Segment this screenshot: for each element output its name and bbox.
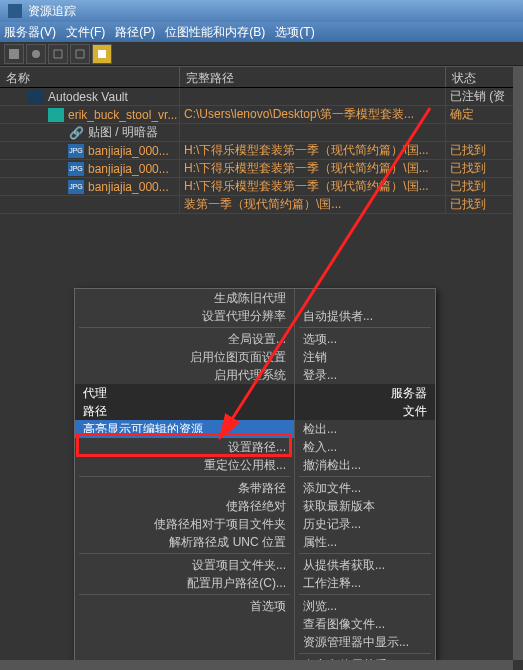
row-status: 已注销 (资 — [450, 88, 505, 105]
table-row[interactable]: JPGbanjiajia_000...H:\下得乐模型套装第一季（现代简约篇）\… — [0, 178, 523, 196]
menu-bar[interactable]: 服务器(V) 文件(F) 路径(P) 位图性能和内存(B) 选项(T) — [0, 22, 523, 42]
ctx-item[interactable]: 自动提供者... — [295, 307, 435, 325]
row-name: banjiajia_000... — [88, 180, 169, 194]
svg-rect-0 — [9, 49, 19, 59]
ctx-item: 服务器 — [295, 384, 435, 402]
grid-area: 名称 完整路径 状态 Autodesk Vault已注销 (资erik_buck… — [0, 66, 523, 670]
jpg-icon: JPG — [68, 180, 84, 194]
tool-btn-4[interactable] — [70, 44, 90, 64]
row-status: 已找到 — [450, 178, 486, 195]
horizontal-scrollbar[interactable] — [0, 660, 513, 670]
ctx-item[interactable]: 资源管理器中显示... — [295, 633, 435, 651]
vertical-scrollbar[interactable] — [513, 66, 523, 660]
row-name: banjiajia_000... — [88, 162, 169, 176]
ctx-item: 文件 — [295, 402, 435, 420]
ctx-item[interactable]: 浏览... — [295, 597, 435, 615]
ctx-item[interactable]: 使路径相对于项目文件夹 — [75, 515, 294, 533]
ctx-item[interactable]: 设置项目文件夹... — [75, 556, 294, 574]
col-path[interactable]: 完整路径 — [180, 66, 446, 87]
svg-rect-2 — [98, 50, 106, 58]
row-name: Autodesk Vault — [48, 90, 128, 104]
tool-btn-1[interactable] — [4, 44, 24, 64]
row-name: banjiajia_000... — [88, 144, 169, 158]
menu-path[interactable]: 路径(P) — [115, 24, 155, 41]
rows: Autodesk Vault已注销 (资erik_buck_stool_vr..… — [0, 88, 523, 214]
ctx-item[interactable]: 历史记录... — [295, 515, 435, 533]
ctx-item[interactable]: 撤消检出... — [295, 456, 435, 474]
ctx-item: 路径 — [75, 402, 294, 420]
ctx-item[interactable]: 设置代理分辨率 — [75, 307, 294, 325]
ctx-item[interactable]: 生成陈旧代理 — [75, 289, 294, 307]
col-status[interactable]: 状态 — [446, 66, 522, 87]
ctx-item[interactable]: 属性... — [295, 533, 435, 551]
ctx-item[interactable]: 注销 — [295, 348, 435, 366]
context-menu[interactable]: 生成陈旧代理设置代理分辨率全局设置...启用位图页面设置启用代理系统代理路径高亮… — [74, 288, 436, 670]
col-name[interactable]: 名称 — [0, 66, 180, 87]
tool-btn-3[interactable] — [48, 44, 68, 64]
ctx-item[interactable]: 配置用户路径(C)... — [75, 574, 294, 592]
ctx-item[interactable]: 条带路径 — [75, 479, 294, 497]
ctx-item[interactable]: 从提供者获取... — [295, 556, 435, 574]
toolbar — [0, 42, 523, 66]
ctx-item[interactable]: 启用位图页面设置 — [75, 348, 294, 366]
table-row[interactable]: Autodesk Vault已注销 (资 — [0, 88, 523, 106]
ctx-item[interactable]: 检出... — [295, 420, 435, 438]
row-status: 已找到 — [450, 142, 486, 159]
row-path: H:\下得乐模型套装第一季（现代简约篇）\国... — [184, 142, 429, 159]
ctx-item[interactable]: 全局设置... — [75, 330, 294, 348]
title-bar: 资源追踪 — [0, 0, 523, 22]
table-row[interactable]: JPGbanjiajia_000...H:\下得乐模型套装第一季（现代简约篇）\… — [0, 160, 523, 178]
tool-btn-5[interactable] — [92, 44, 112, 64]
max-icon — [48, 108, 64, 122]
table-row[interactable]: erik_buck_stool_vr...C:\Users\lenovo\Des… — [0, 106, 523, 124]
app-icon — [8, 4, 22, 18]
window-title: 资源追踪 — [28, 3, 76, 20]
table-row[interactable]: 装第一季（现代简约篇）\国...已找到 — [0, 196, 523, 214]
link-icon: 🔗 — [68, 126, 84, 140]
menu-file[interactable]: 文件(F) — [66, 24, 105, 41]
ctx-item[interactable]: 设置路径... — [75, 438, 294, 456]
vault-icon — [28, 90, 44, 104]
svg-point-1 — [32, 50, 40, 58]
ctx-item[interactable]: 高亮显示可编辑的资源 — [75, 420, 294, 438]
ctx-item[interactable]: 登录... — [295, 366, 435, 384]
row-status: 已找到 — [450, 160, 486, 177]
ctx-item[interactable]: 查看图像文件... — [295, 615, 435, 633]
row-status: 确定 — [450, 106, 474, 123]
ctx-item: 代理 — [75, 384, 294, 402]
jpg-icon: JPG — [68, 144, 84, 158]
tool-btn-2[interactable] — [26, 44, 46, 64]
menu-bitmap[interactable]: 位图性能和内存(B) — [165, 24, 265, 41]
ctx-item[interactable]: 重定位公用根... — [75, 456, 294, 474]
row-path: H:\下得乐模型套装第一季（现代简约篇）\国... — [184, 178, 429, 195]
ctx-item[interactable]: 启用代理系统 — [75, 366, 294, 384]
row-path: C:\Users\lenovo\Desktop\第一季模型套装... — [184, 106, 414, 123]
ctx-item[interactable] — [295, 289, 435, 307]
menu-server[interactable]: 服务器(V) — [4, 24, 56, 41]
row-status: 已找到 — [450, 196, 486, 213]
row-name: 贴图 / 明暗器 — [88, 124, 158, 141]
table-row[interactable]: 🔗贴图 / 明暗器 — [0, 124, 523, 142]
row-path: H:\下得乐模型套装第一季（现代简约篇）\国... — [184, 160, 429, 177]
ctx-item[interactable]: 解析路径成 UNC 位置 — [75, 533, 294, 551]
menu-options[interactable]: 选项(T) — [275, 24, 314, 41]
ctx-item[interactable]: 添加文件... — [295, 479, 435, 497]
ctx-item[interactable]: 检入... — [295, 438, 435, 456]
row-path: 装第一季（现代简约篇）\国... — [184, 196, 341, 213]
ctx-item[interactable]: 工作注释... — [295, 574, 435, 592]
row-name: erik_buck_stool_vr... — [68, 108, 177, 122]
header-row: 名称 完整路径 状态 — [0, 66, 523, 88]
ctx-item[interactable]: 首选项 — [75, 597, 294, 615]
ctx-item[interactable]: 获取最新版本 — [295, 497, 435, 515]
jpg-icon: JPG — [68, 162, 84, 176]
table-row[interactable]: JPGbanjiajia_000...H:\下得乐模型套装第一季（现代简约篇）\… — [0, 142, 523, 160]
ctx-item[interactable]: 选项... — [295, 330, 435, 348]
ctx-item[interactable]: 使路径绝对 — [75, 497, 294, 515]
